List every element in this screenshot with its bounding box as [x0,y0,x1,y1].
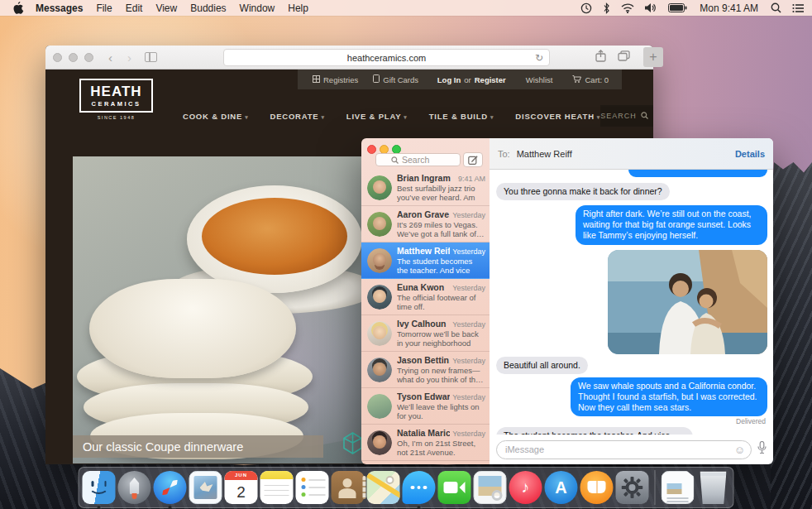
dock-system-preferences[interactable] [616,471,649,504]
safari-minimize-button[interactable] [69,53,78,62]
wishlist-link[interactable]: Wishlist [526,75,553,84]
dock-itunes[interactable]: ♪ [509,471,542,504]
registries-link[interactable]: Registries [313,75,358,84]
recipient-name: Matthew Reiff [517,149,572,159]
delivered-status: Delivered [496,417,766,425]
reload-icon[interactable]: ↻ [535,52,543,64]
compose-button[interactable] [463,152,483,167]
received-bubble: You three gonna make it back for dinner? [496,183,670,200]
safari-close-button[interactable] [53,53,62,62]
menu-buddies[interactable]: Buddies [190,2,226,14]
conversation-row-selected[interactable]: Matthew ReiffYesterday The student becom… [361,242,490,279]
conversation-row[interactable]: Aaron Grave…Yesterday It’s 269 miles to … [361,206,490,242]
site-nav: COOK & DINE▾ DECORATE▾ LIVE & PLAY▾ TILE… [161,99,622,132]
safari-zoom-button[interactable] [84,53,93,62]
bluetooth-icon[interactable] [603,2,610,14]
cart-icon [572,75,581,84]
dock-notes[interactable] [260,471,294,504]
microphone-icon[interactable] [757,441,767,458]
menu-app-name[interactable]: Messages [36,2,83,14]
details-button[interactable]: Details [735,149,765,159]
conversation-row[interactable]: Euna KwonYesterday The official footwear… [361,279,490,315]
dock-reminders[interactable] [296,471,329,504]
wallpaper-cliff-right [771,162,812,509]
dock-messages[interactable] [403,471,436,504]
gift-cards-link[interactable]: Gift Cards [373,74,418,84]
conversation-row[interactable]: Brian Ingram9:41 AM Best surfabilly jazz… [361,170,490,206]
share-icon[interactable] [595,50,606,65]
log-in-link[interactable]: Log In [437,75,461,84]
messages-close-button[interactable] [367,145,376,154]
heath-logo[interactable]: HEATH CERAMICS SINCE 1948 [79,79,153,120]
dock-facetime[interactable] [438,471,471,504]
address-bar[interactable]: heathceramics.com ↻ [223,49,550,66]
emoji-icon[interactable]: ☺ [734,444,745,455]
dock-app-store[interactable]: A [545,471,578,504]
search-input[interactable] [402,155,445,165]
nav-cook-and-dine[interactable]: COOK & DINE▾ [183,112,248,121]
chat-pane: To: Matthew Reiff Details You three gonn… [490,138,773,464]
nav-decorate[interactable]: DECORATE▾ [270,112,324,121]
dock-document[interactable] [662,471,695,504]
message-input[interactable] [505,444,695,454]
dock-mail[interactable] [189,471,222,504]
dock-trash[interactable] [697,471,730,504]
new-tab-button[interactable]: + [643,47,663,67]
search-icon [641,112,648,121]
conversation-row[interactable]: Tyson Edwar…Yesterday We’ll leave the li… [361,388,490,425]
menu-window[interactable]: Window [240,2,275,14]
received-bubble: The student becomes the teacher. And vic… [496,427,693,435]
menu-bar: Messages File Edit View Buddies Window H… [0,0,812,16]
volume-icon[interactable] [645,2,657,13]
cube-icon[interactable] [343,432,362,458]
conversation-search-field[interactable] [375,153,461,166]
message-input-bar: ☺ [490,435,773,464]
registries-icon [313,75,320,84]
tab-overview-icon[interactable] [618,50,630,65]
back-button[interactable]: ‹ [108,51,112,64]
conversation-row[interactable]: Ivy CalhounYesterday Tomorrow we’ll be b… [361,315,490,352]
received-bubble: Beautiful all around. [496,357,588,374]
wifi-icon[interactable] [621,3,634,13]
dock-photos[interactable] [474,471,507,504]
apple-menu-icon[interactable] [13,2,24,14]
message-input-field[interactable]: ☺ [496,440,752,459]
nav-discover-heath[interactable]: DISCOVER HEATH▾ [515,112,600,121]
sidebar-button[interactable] [145,52,157,62]
dock-safari[interactable] [154,471,187,504]
partial-sent-bubble [628,170,767,177]
menu-clock[interactable]: Mon 9:41 AM [700,2,758,14]
dock-separator [655,470,656,505]
dock-ibooks[interactable] [580,471,614,504]
time-machine-icon[interactable] [580,2,592,14]
photo-message[interactable] [608,250,767,354]
register-link[interactable]: Register [475,75,506,84]
desktop-wallpaper: Messages File Edit View Buddies Window H… [0,0,812,509]
nav-live-and-play[interactable]: LIVE & PLAY▾ [346,112,408,121]
chevron-down-icon: ▾ [404,114,407,120]
conversation-row[interactable]: Jason Bettin…Yesterday Trying on new fra… [361,352,490,388]
menu-help[interactable]: Help [288,2,308,14]
sent-bubble: We saw whale spouts and a California con… [571,377,767,416]
conversation-row[interactable]: Natalia MaricYesterday Oh, I’m on 21st S… [361,425,490,461]
battery-icon[interactable] [668,3,687,12]
spotlight-icon[interactable] [771,2,781,13]
dock-launchpad[interactable] [118,471,151,504]
dock-calendar[interactable]: JUN2 [225,471,258,504]
menu-file[interactable]: File [96,2,112,14]
dock-contacts[interactable] [332,471,365,504]
forward-button[interactable]: › [127,51,131,64]
dock-finder[interactable] [83,471,116,504]
avatar [367,358,392,382]
notification-center-icon[interactable] [792,3,804,13]
cart-link[interactable]: Cart: 0 [572,75,609,84]
menu-view[interactable]: View [155,2,177,14]
nav-tile-and-build[interactable]: TILE & BUILD▾ [429,112,494,121]
avatar [367,175,392,200]
dock-maps[interactable] [367,471,400,504]
or-text: or [464,75,470,84]
chat-scroll-area[interactable]: You three gonna make it back for dinner?… [490,170,773,435]
menu-edit[interactable]: Edit [126,2,143,14]
site-search-box[interactable]: SEARCH [600,105,653,127]
site-utility-bar: Registries Gift Cards Log In or Register… [298,70,622,89]
